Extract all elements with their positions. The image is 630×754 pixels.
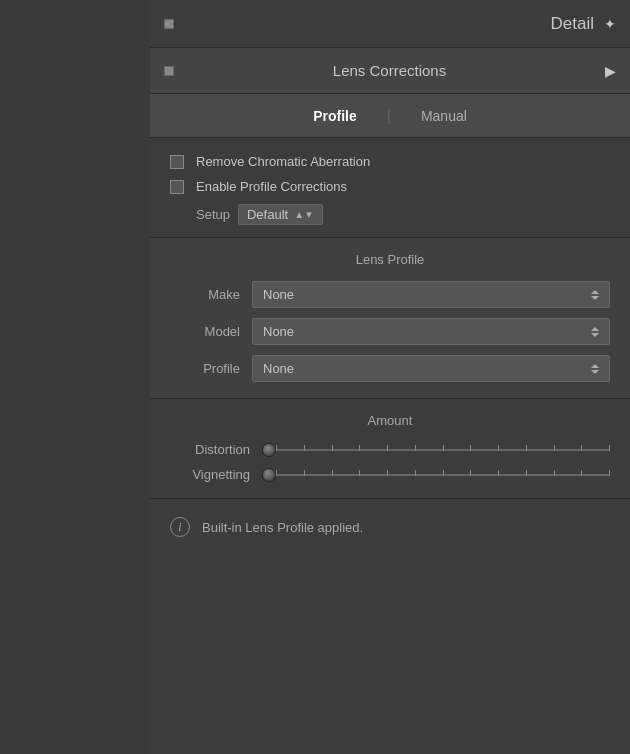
tick [526,445,527,451]
lens-header-square [164,66,174,76]
profile-row: Profile None [170,355,610,382]
enable-profile-checkbox[interactable] [170,180,184,194]
model-arrow-up [591,327,599,331]
amount-title: Amount [170,413,610,428]
tab-profile[interactable]: Profile [283,100,387,132]
info-section: i Built-in Lens Profile applied. [150,499,630,555]
remove-ca-label: Remove Chromatic Aberration [196,154,370,169]
distortion-slider-track[interactable] [276,449,610,451]
model-row: Model None [170,318,610,345]
tick [443,470,444,476]
make-row: Make None [170,281,610,308]
make-select[interactable]: None [252,281,610,308]
make-arrow-up [591,290,599,294]
vignetting-ticks [276,470,610,476]
tick [304,445,305,451]
remove-ca-checkbox[interactable] [170,155,184,169]
tick [526,470,527,476]
detail-header: Detail ✦ [150,0,630,48]
make-value: None [263,287,294,302]
tick [359,445,360,451]
distortion-row: Distortion [170,442,610,457]
distortion-label: Distortion [170,442,250,457]
model-arrow-down [591,333,599,337]
tick [609,445,610,451]
lens-corrections-header: Lens Corrections ▶ [150,48,630,94]
model-value: None [263,324,294,339]
tick [554,470,555,476]
model-label: Model [170,324,240,339]
tick [470,445,471,451]
tick [470,470,471,476]
model-select[interactable]: None [252,318,610,345]
tick [387,445,388,451]
tick [554,445,555,451]
profile-arrow-down [591,370,599,374]
remove-ca-row: Remove Chromatic Aberration [170,154,610,169]
make-label: Make [170,287,240,302]
lens-profile-title: Lens Profile [170,252,610,267]
lens-header-menu-icon[interactable]: ▶ [605,63,616,79]
setup-dropdown-arrow: ▲▼ [294,209,314,220]
distortion-slider-handle[interactable] [262,443,276,457]
tick [304,470,305,476]
checkboxes-section: Remove Chromatic Aberration Enable Profi… [150,138,630,238]
amount-section: Amount Distortion [150,399,630,499]
detail-square-icon [164,19,174,29]
profile-arrow-up [591,364,599,368]
tick [498,445,499,451]
vignetting-slider-container [262,468,610,482]
info-icon: i [170,517,190,537]
make-arrow-down [591,296,599,300]
enable-profile-label: Enable Profile Corrections [196,179,347,194]
profile-select-arrows [591,364,599,374]
model-select-arrows [591,327,599,337]
lens-profile-section: Lens Profile Make None Model None [150,238,630,399]
vignetting-slider-track[interactable] [276,474,610,476]
tick [332,470,333,476]
tick [415,445,416,451]
setup-value: Default [247,207,288,222]
setup-label: Setup [196,207,230,222]
profile-value: None [263,361,294,376]
vignetting-slider-handle[interactable] [262,468,276,482]
info-message: Built-in Lens Profile applied. [202,520,363,535]
distortion-slider-container [262,443,610,457]
distortion-ticks [276,445,610,451]
tick [581,445,582,451]
tick [443,445,444,451]
setup-dropdown[interactable]: Default ▲▼ [238,204,323,225]
tick [581,470,582,476]
tick [498,470,499,476]
tick [609,470,610,476]
tick [276,445,277,451]
vignetting-row: Vignetting [170,467,610,482]
tab-manual[interactable]: Manual [391,100,497,132]
lens-corrections-title: Lens Corrections [174,62,605,79]
tick [332,445,333,451]
tick [359,470,360,476]
enable-profile-row: Enable Profile Corrections [170,179,610,194]
detail-settings-icon[interactable]: ✦ [604,16,616,32]
profile-label: Profile [170,361,240,376]
profile-select[interactable]: None [252,355,610,382]
tick [387,470,388,476]
detail-title: Detail [174,14,594,34]
vignetting-label: Vignetting [170,467,250,482]
tab-bar: Profile | Manual [150,94,630,138]
make-select-arrows [591,290,599,300]
tick [276,470,277,476]
setup-row: Setup Default ▲▼ [170,204,610,225]
tick [415,470,416,476]
